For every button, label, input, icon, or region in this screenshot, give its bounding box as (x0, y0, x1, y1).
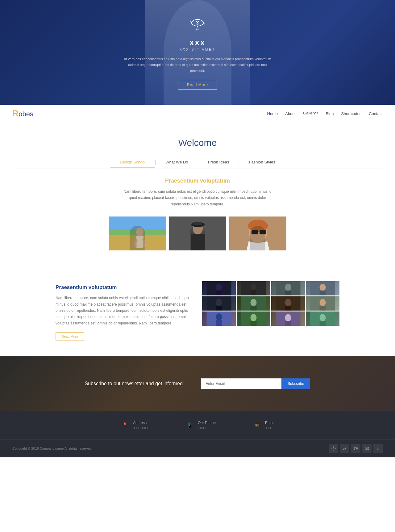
svg-point-38 (285, 299, 291, 306)
welcome-title: Welcome (12, 138, 383, 148)
welcome-image-3 (229, 217, 286, 250)
gallery-cell-11 (271, 311, 305, 326)
svg-rect-54 (320, 321, 326, 326)
nav-link-gallery[interactable]: Gallery ▾ (303, 111, 318, 115)
nav-item-gallery[interactable]: Gallery ▾ (303, 111, 318, 116)
nav-link-blog[interactable]: Blog (326, 111, 334, 116)
gallery-cell-3 (271, 281, 305, 295)
nav-links: Home About Gallery ▾ Blog Shortcodes Con… (267, 111, 383, 116)
navbar: Robes Home About Gallery ▾ Blog Shortcod… (0, 105, 395, 122)
footer-phone-label: Our Phone (198, 421, 216, 425)
svg-rect-36 (251, 306, 257, 311)
svg-rect-12 (193, 222, 202, 225)
svg-point-35 (251, 299, 257, 306)
svg-point-32 (216, 299, 222, 306)
svg-rect-30 (320, 291, 326, 295)
nav-item-home[interactable]: Home (267, 111, 278, 116)
svg-point-57 (355, 448, 357, 449)
email-icon: ✉ (253, 421, 261, 429)
gallery-cell-8 (306, 296, 339, 311)
footer-col-phone: 📱 Our Phone +XXX (185, 421, 216, 430)
svg-point-41 (320, 299, 326, 306)
hero-subtitle: XXX SIT AMET (120, 48, 275, 51)
footer-email-value: XXX (265, 426, 274, 430)
footer-phone-value: +XXX (198, 426, 216, 430)
svg-point-29 (320, 284, 326, 291)
address-icon: 📍 (121, 421, 129, 429)
feature-read-more-button[interactable]: Read More (56, 332, 84, 340)
svg-rect-24 (251, 290, 256, 295)
nav-link-about[interactable]: About (285, 111, 296, 116)
svg-rect-45 (216, 320, 222, 326)
nav-item-contact[interactable]: Contact (369, 111, 383, 116)
svg-point-44 (216, 313, 222, 321)
social-facebook-icon[interactable]: f (373, 444, 383, 453)
svg-marker-60 (367, 448, 368, 449)
svg-rect-21 (216, 291, 222, 295)
svg-point-2 (197, 22, 198, 24)
svg-rect-8 (169, 217, 226, 250)
nav-item-shortcodes[interactable]: Shortcodes (341, 111, 361, 116)
feature-title: Praesentium voluptatum (56, 284, 193, 291)
social-googleplus-icon[interactable]: g+ (340, 444, 349, 453)
newsletter-email-input[interactable] (201, 378, 281, 389)
gallery-cell-10 (237, 311, 270, 326)
section-description: Nam libero tempore, cum soluta nobis est… (123, 188, 272, 207)
social-youtube-icon[interactable] (362, 444, 372, 453)
gallery-cell-4 (306, 281, 339, 295)
welcome-image-grid (105, 217, 290, 250)
nav-brand-first: R (12, 109, 19, 118)
svg-point-15 (248, 220, 268, 232)
footer-phone-content: Our Phone +XXX (198, 421, 216, 430)
svg-rect-17 (260, 230, 266, 234)
nav-brand: Robes (12, 109, 267, 118)
gallery-cell-6 (237, 296, 270, 311)
tab-design-school[interactable]: Design School (110, 157, 155, 168)
svg-rect-48 (251, 321, 257, 326)
feature-section: Praesentium voluptatum Nam libero tempor… (0, 275, 395, 356)
svg-rect-10 (191, 234, 205, 250)
hero-content: XXX XXX SIT AMET At vero eos et accusamu… (120, 15, 275, 89)
svg-point-26 (285, 284, 291, 291)
svg-rect-7 (136, 236, 143, 248)
tab-fresh-ideas[interactable]: Fresh Ideas (199, 157, 239, 168)
svg-rect-5 (109, 217, 166, 229)
newsletter-subscribe-button[interactable]: Subscribe (281, 378, 310, 389)
googleplus-label: g+ (343, 447, 346, 450)
welcome-image-2 (169, 217, 226, 250)
svg-rect-16 (252, 230, 258, 234)
svg-point-6 (136, 228, 143, 236)
svg-rect-51 (285, 321, 291, 326)
svg-rect-33 (216, 306, 222, 311)
nav-link-shortcodes[interactable]: Shortcodes (341, 111, 361, 116)
tab-fashion-styles[interactable]: Fashion Styles (240, 157, 285, 168)
svg-point-55 (332, 447, 335, 450)
footer-address-value: XXX, XXX (133, 426, 148, 430)
section-heading: Praesentium voluptatum (12, 178, 383, 184)
footer-info: 📍 Address XXX, XXX 📱 Our Phone +XXX ✉ Em… (0, 411, 395, 439)
welcome-section: Welcome Design School | What We Do | Fre… (0, 122, 395, 275)
hero-logo (187, 15, 208, 37)
footer-email-content: Email XXX (265, 421, 274, 430)
svg-point-23 (251, 283, 256, 290)
gallery-cell-1 (202, 281, 236, 295)
nav-item-about[interactable]: About (285, 111, 296, 116)
newsletter-form: Subscribe (201, 378, 310, 389)
social-instagram-icon[interactable] (351, 444, 360, 453)
facebook-label: f (377, 446, 379, 451)
social-pinterest-icon[interactable] (329, 444, 338, 453)
nav-link-home[interactable]: Home (267, 111, 278, 116)
nav-link-contact[interactable]: Contact (369, 111, 383, 116)
svg-point-58 (356, 447, 357, 448)
newsletter-section: Subscribe to out newsletter and get info… (0, 356, 395, 411)
footer-address-label: Address (133, 421, 148, 425)
hero-section: XXX XXX SIT AMET At vero eos et accusamu… (0, 0, 395, 105)
tab-what-we-do[interactable]: What We Do (156, 157, 197, 168)
nav-item-blog[interactable]: Blog (326, 111, 334, 116)
footer-email-label: Email (265, 421, 274, 425)
feature-text: Praesentium voluptatum Nam libero tempor… (56, 281, 193, 340)
gallery-cell-5 (202, 296, 236, 311)
footer-bottom: Copyright © 2016 Company name All rights… (0, 439, 395, 457)
hero-read-more-button[interactable]: Read More (178, 80, 217, 90)
svg-point-50 (285, 314, 291, 321)
